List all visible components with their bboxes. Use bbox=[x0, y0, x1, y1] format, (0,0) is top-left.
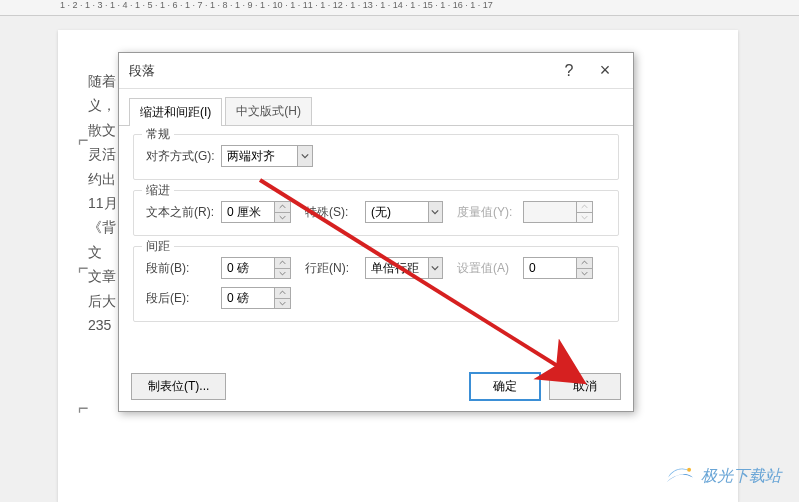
chevron-down-icon[interactable] bbox=[297, 146, 312, 166]
spin-up-icon[interactable] bbox=[275, 258, 290, 269]
line-spacing-combo[interactable] bbox=[365, 257, 443, 279]
alignment-label: 对齐方式(G): bbox=[146, 148, 221, 165]
space-after-spinner[interactable] bbox=[221, 287, 291, 309]
tab-strip: 缩进和间距(I) 中文版式(H) bbox=[119, 89, 633, 126]
tab-asian-typography[interactable]: 中文版式(H) bbox=[225, 97, 312, 125]
tab-indent-spacing[interactable]: 缩进和间距(I) bbox=[129, 98, 222, 126]
watermark: 极光下载站 bbox=[663, 462, 781, 490]
close-icon[interactable]: × bbox=[587, 60, 623, 81]
spin-up-icon[interactable] bbox=[577, 258, 592, 269]
space-before-spinner[interactable] bbox=[221, 257, 291, 279]
alignment-combo[interactable] bbox=[221, 145, 313, 167]
chevron-down-icon[interactable] bbox=[428, 258, 442, 278]
tabstops-button[interactable]: 制表位(T)... bbox=[131, 373, 226, 400]
group-legend: 缩进 bbox=[142, 182, 174, 199]
svg-point-1 bbox=[687, 468, 691, 472]
by-input bbox=[524, 202, 576, 222]
bracket-icon: ⌐ bbox=[78, 130, 89, 151]
line-spacing-input[interactable] bbox=[366, 258, 428, 278]
indent-before-spinner[interactable] bbox=[221, 201, 291, 223]
alignment-input[interactable] bbox=[222, 146, 297, 166]
dialog-title: 段落 bbox=[129, 62, 551, 80]
at-label: 设置值(A) bbox=[457, 260, 523, 277]
chevron-down-icon[interactable] bbox=[428, 202, 442, 222]
group-indent: 缩进 文本之前(R): 特殊(S): 度量值(Y): bbox=[133, 190, 619, 236]
line-spacing-label: 行距(N): bbox=[305, 260, 365, 277]
group-legend: 常规 bbox=[142, 126, 174, 143]
spin-up-icon[interactable] bbox=[275, 288, 290, 299]
spin-down-icon[interactable] bbox=[275, 299, 290, 309]
space-after-label: 段后(E): bbox=[146, 290, 221, 307]
space-after-input[interactable] bbox=[222, 288, 274, 308]
bracket-icon: ⌐ bbox=[78, 258, 89, 279]
spin-up-icon[interactable] bbox=[275, 202, 290, 213]
cancel-button[interactable]: 取消 bbox=[549, 373, 621, 400]
ok-button[interactable]: 确定 bbox=[469, 372, 541, 401]
by-spinner bbox=[523, 201, 593, 223]
special-label: 特殊(S): bbox=[305, 204, 365, 221]
group-general: 常规 对齐方式(G): bbox=[133, 134, 619, 180]
bracket-icon: ⌐ bbox=[78, 398, 89, 419]
special-combo[interactable] bbox=[365, 201, 443, 223]
indent-before-label: 文本之前(R): bbox=[146, 204, 221, 221]
group-legend: 间距 bbox=[142, 238, 174, 255]
spin-down-icon bbox=[577, 213, 592, 223]
at-spinner[interactable] bbox=[523, 257, 593, 279]
ruler: 1 · 2 · 1 · 3 · 1 · 4 · 1 · 5 · 1 · 6 · … bbox=[0, 0, 799, 16]
spin-up-icon bbox=[577, 202, 592, 213]
watermark-logo-icon bbox=[663, 462, 695, 490]
dialog-titlebar: 段落 ? × bbox=[119, 53, 633, 89]
space-before-label: 段前(B): bbox=[146, 260, 221, 277]
help-icon[interactable]: ? bbox=[551, 62, 587, 80]
by-label: 度量值(Y): bbox=[457, 204, 523, 221]
spin-down-icon[interactable] bbox=[577, 269, 592, 279]
at-input[interactable] bbox=[524, 258, 576, 278]
special-input[interactable] bbox=[366, 202, 428, 222]
watermark-text: 极光下载站 bbox=[701, 466, 781, 487]
dialog-content: 常规 对齐方式(G): 缩进 文本之前(R): 特殊(S): bbox=[119, 126, 633, 340]
spin-down-icon[interactable] bbox=[275, 269, 290, 279]
indent-before-input[interactable] bbox=[222, 202, 274, 222]
dialog-footer: 制表位(T)... 确定 取消 bbox=[131, 372, 621, 401]
space-before-input[interactable] bbox=[222, 258, 274, 278]
paragraph-dialog: 段落 ? × 缩进和间距(I) 中文版式(H) 常规 对齐方式(G): 缩进 文… bbox=[118, 52, 634, 412]
group-spacing: 间距 段前(B): 行距(N): 设置值(A) 段后( bbox=[133, 246, 619, 322]
spin-down-icon[interactable] bbox=[275, 213, 290, 223]
